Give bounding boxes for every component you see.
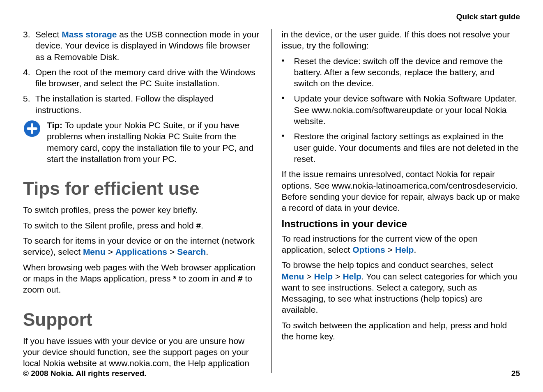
instructions-p3: To switch between the application and he… — [282, 320, 520, 342]
instructions-p2: To browse the help topics and conduct se… — [282, 259, 520, 315]
support-continued: in the device, or the user guide. If thi… — [282, 29, 520, 51]
copyright-text: © 2008 Nokia. All rights reserved. — [23, 369, 147, 378]
page-number: 25 — [511, 369, 520, 378]
menu-link[interactable]: Menu — [282, 272, 304, 281]
plus-circle-icon — [23, 120, 47, 164]
list-item: • Update your device software with Nokia… — [282, 93, 520, 127]
bullet-text: Restore the original factory settings as… — [294, 131, 520, 164]
bullet-text: Update your device software with Nokia S… — [294, 93, 520, 127]
step-number: 5. — [23, 93, 35, 115]
step-number: 4. — [23, 67, 35, 89]
list-item: 4. Open the root of the memory card driv… — [23, 67, 262, 89]
menu-link[interactable]: Menu — [83, 247, 106, 256]
support-p1: If you have issues with your device or y… — [23, 335, 262, 369]
list-item: 5. The installation is started. Follow t… — [23, 93, 262, 115]
step-text: Select Mass storage as the USB connectio… — [35, 29, 262, 62]
tips-p3: To search for items in your device or on… — [23, 235, 262, 258]
help-link[interactable]: Help — [343, 272, 361, 281]
tips-p4: When browsing web pages with the Web bro… — [23, 262, 262, 295]
left-column: 3. Select Mass storage as the USB connec… — [23, 29, 272, 373]
page: Quick start guide 3. Select Mass storage… — [0, 0, 543, 392]
page-footer: © 2008 Nokia. All rights reserved. 25 — [23, 369, 520, 378]
troubleshoot-list: • Reset the device: switch off the devic… — [282, 55, 520, 165]
applications-link[interactable]: Applications — [115, 247, 167, 256]
heading-support: Support — [23, 308, 262, 331]
tips-p2: To switch to the Silent profile, press a… — [23, 220, 262, 231]
step-number: 3. — [23, 29, 35, 62]
help-link[interactable]: Help — [314, 272, 333, 281]
help-link[interactable]: Help — [395, 245, 414, 254]
bullet-icon: • — [282, 131, 294, 164]
tip-block: Tip: To update your Nokia PC Suite, or i… — [23, 120, 262, 164]
right-column: in the device, or the user guide. If thi… — [272, 29, 520, 373]
content-columns: 3. Select Mass storage as the USB connec… — [23, 29, 520, 373]
bullet-icon: • — [282, 93, 294, 127]
bullet-icon: • — [282, 55, 294, 89]
list-item: • Restore the original factory settings … — [282, 131, 520, 164]
list-item: 3. Select Mass storage as the USB connec… — [23, 29, 262, 62]
bullet-text: Reset the device: switch off the device … — [294, 55, 520, 89]
svg-rect-2 — [27, 127, 37, 130]
step-text: The installation is started. Follow the … — [35, 93, 262, 115]
heading-instructions: Instructions in your device — [282, 217, 520, 230]
heading-tips: Tips for efficient use — [23, 177, 262, 200]
tip-text: Tip: To update your Nokia PC Suite, or i… — [47, 120, 262, 164]
instructions-p1: To read instructions for the current vie… — [282, 233, 520, 256]
tip-label: Tip: — [47, 120, 62, 130]
header-title: Quick start guide — [456, 12, 520, 21]
options-link[interactable]: Options — [352, 245, 385, 254]
tips-p1: To switch profiles, press the power key … — [23, 204, 262, 215]
search-link[interactable]: Search — [177, 247, 206, 256]
list-item: • Reset the device: switch off the devic… — [282, 55, 520, 89]
step-text: Open the root of the memory card drive w… — [35, 67, 262, 89]
repair-contact: If the issue remains unresolved, contact… — [282, 168, 520, 213]
mass-storage-link[interactable]: Mass storage — [62, 30, 117, 39]
install-steps-list: 3. Select Mass storage as the USB connec… — [23, 29, 262, 115]
